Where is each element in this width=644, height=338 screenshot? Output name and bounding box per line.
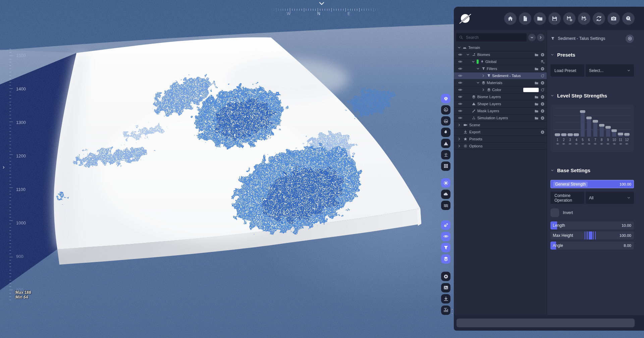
bar-handle[interactable] bbox=[574, 133, 579, 136]
preset-select[interactable]: Select... bbox=[586, 64, 634, 77]
folder-icon[interactable] bbox=[534, 102, 539, 106]
angle-slider[interactable]: Angle 8.00 bbox=[550, 242, 634, 250]
plus-icon[interactable] bbox=[540, 53, 545, 57]
visibility-toggle-icon[interactable] bbox=[458, 59, 463, 64]
viewport-tool-record[interactable] bbox=[441, 272, 450, 281]
save-button[interactable] bbox=[548, 12, 561, 25]
plus-icon[interactable] bbox=[540, 81, 545, 85]
viewport-tool-eye[interactable] bbox=[441, 232, 450, 241]
viewport-tool-gears[interactable] bbox=[441, 220, 450, 230]
refresh-cycle-button[interactable] bbox=[593, 12, 605, 25]
tree-item-biome-layers[interactable]: Biome Layers bbox=[454, 93, 547, 100]
level-step-bar-9[interactable] bbox=[605, 108, 611, 137]
chev-down-icon[interactable] bbox=[457, 46, 461, 50]
open-folder-button[interactable] bbox=[534, 12, 546, 25]
viewport-tool-grid[interactable] bbox=[441, 161, 450, 171]
viewport-tool-mountain[interactable] bbox=[441, 139, 450, 148]
refresh-icon[interactable] bbox=[540, 74, 545, 78]
level-step-bar-4[interactable] bbox=[574, 108, 579, 137]
chev-down-icon[interactable] bbox=[476, 81, 480, 85]
level-step-bar-8[interactable] bbox=[599, 108, 604, 137]
plus-icon[interactable] bbox=[540, 67, 545, 71]
help-chat-button[interactable]: ? bbox=[622, 12, 635, 25]
viewport-tool-island[interactable] bbox=[441, 150, 450, 159]
viewport-tool-sun[interactable] bbox=[441, 178, 450, 188]
visibility-toggle-icon[interactable] bbox=[458, 66, 463, 71]
tree-item-sediment-talus[interactable]: Sediment - Talus bbox=[454, 72, 547, 79]
bar-eye-toggle[interactable] bbox=[586, 142, 592, 146]
bar-eye-toggle[interactable] bbox=[568, 142, 573, 146]
tree-item-biomes[interactable]: Biomes bbox=[454, 51, 547, 58]
chev-right-icon[interactable] bbox=[481, 74, 485, 78]
tree-item-materials[interactable]: Materials bbox=[454, 79, 547, 86]
viewport-tool-layers[interactable] bbox=[441, 254, 450, 264]
bar-eye-toggle[interactable] bbox=[618, 142, 623, 146]
load-preset-button[interactable]: Load Preset bbox=[550, 64, 584, 77]
chev-right-icon[interactable] bbox=[457, 123, 461, 127]
viewport-tool-flame[interactable] bbox=[441, 128, 450, 137]
bar-handle[interactable] bbox=[561, 133, 567, 136]
visibility-toggle-icon[interactable] bbox=[458, 116, 463, 120]
tree-item-simulation-layers[interactable]: Simulation Layers bbox=[454, 115, 547, 122]
panel-resize-handle[interactable] bbox=[452, 309, 453, 317]
folder-icon[interactable] bbox=[534, 95, 539, 99]
tree-item-scene[interactable]: Scene bbox=[454, 122, 547, 129]
bar-eye-toggle[interactable] bbox=[580, 142, 585, 146]
folder-icon[interactable] bbox=[534, 67, 539, 71]
plus-icon[interactable] bbox=[540, 95, 545, 99]
bar-handle[interactable] bbox=[568, 133, 573, 136]
settings-target-button[interactable] bbox=[626, 35, 634, 43]
folder-icon[interactable] bbox=[534, 81, 539, 85]
bar-eye-toggle[interactable] bbox=[555, 142, 560, 146]
tree-item-filters[interactable]: Filters bbox=[454, 65, 547, 72]
level-step-bar-3[interactable] bbox=[568, 108, 573, 137]
bar-handle[interactable] bbox=[599, 124, 604, 127]
plus-icon[interactable] bbox=[540, 130, 545, 134]
chev-down-icon[interactable] bbox=[471, 60, 475, 64]
new-file-button[interactable] bbox=[519, 12, 531, 25]
bar-handle[interactable] bbox=[624, 133, 630, 136]
app-logo[interactable] bbox=[459, 12, 472, 25]
viewport-tool-cloud[interactable] bbox=[441, 190, 450, 199]
chev-right-icon[interactable] bbox=[481, 88, 485, 92]
viewport-tool-download[interactable] bbox=[441, 294, 450, 303]
chev-right-icon[interactable] bbox=[457, 144, 461, 148]
tree-item-options[interactable]: Options bbox=[454, 143, 547, 150]
folder-icon[interactable] bbox=[534, 116, 539, 120]
level-step-bar-11[interactable] bbox=[618, 108, 623, 137]
bar-eye-toggle[interactable] bbox=[624, 142, 630, 146]
bar-handle[interactable] bbox=[611, 129, 617, 132]
visibility-toggle-icon[interactable] bbox=[458, 52, 463, 57]
bar-handle[interactable] bbox=[618, 133, 623, 135]
tree-item-global[interactable]: Global bbox=[454, 58, 547, 65]
search-chev-down-button[interactable] bbox=[528, 34, 536, 41]
viewport-tool-globe-wire[interactable] bbox=[441, 116, 450, 126]
bar-eye-toggle[interactable] bbox=[605, 142, 611, 146]
camera-button[interactable] bbox=[607, 12, 620, 25]
plus-icon[interactable] bbox=[540, 109, 545, 113]
bar-handle[interactable] bbox=[593, 120, 598, 123]
home-button[interactable] bbox=[504, 12, 517, 25]
length-slider[interactable]: Length 10.00 bbox=[550, 221, 634, 229]
visibility-toggle-icon[interactable] bbox=[458, 94, 463, 99]
tree-item-terrain[interactable]: Terrain bbox=[454, 44, 547, 51]
bar-eye-toggle[interactable] bbox=[574, 142, 579, 146]
bar-handle[interactable] bbox=[605, 126, 611, 129]
level-step-bar-10[interactable] bbox=[611, 108, 617, 137]
chev-right-icon[interactable] bbox=[457, 137, 461, 141]
bar-handle[interactable] bbox=[580, 110, 585, 113]
bar-eye-toggle[interactable] bbox=[593, 142, 598, 146]
plus-icon[interactable] bbox=[540, 102, 545, 106]
folder-icon[interactable] bbox=[534, 109, 539, 113]
visibility-toggle-icon[interactable] bbox=[458, 80, 463, 85]
chev-down-icon[interactable] bbox=[476, 67, 480, 71]
visibility-toggle-icon[interactable] bbox=[458, 109, 463, 113]
bar-handle[interactable] bbox=[555, 133, 560, 136]
tree-item-mask-layers[interactable]: Mask Layers bbox=[454, 108, 547, 115]
color-swatch[interactable] bbox=[523, 88, 539, 92]
level-step-bar-12[interactable] bbox=[624, 108, 630, 137]
search-chev-right-button[interactable] bbox=[537, 34, 544, 41]
max-height-slider[interactable]: Max Height 100.00 bbox=[550, 231, 634, 240]
save-plus-button[interactable] bbox=[563, 12, 576, 25]
left-panel-expander[interactable]: › bbox=[3, 164, 5, 170]
